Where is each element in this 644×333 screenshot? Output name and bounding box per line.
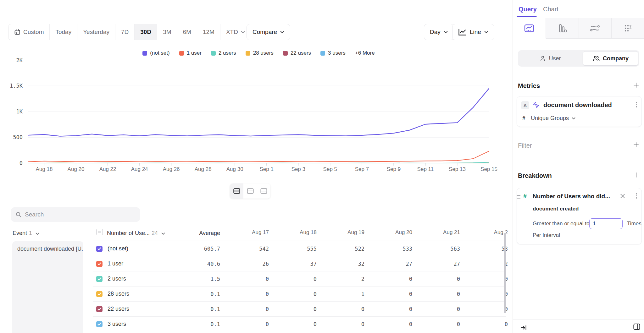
- series-label[interactable]: (not set): [108, 245, 128, 252]
- cell-value: 0: [416, 291, 460, 297]
- row-divider: [93, 256, 506, 256]
- average-value: 1.5: [176, 276, 220, 282]
- date-column-header[interactable]: Aug 19: [320, 229, 364, 236]
- cell-value: 0: [273, 276, 317, 282]
- row-divider: [93, 301, 506, 302]
- breakdown-per-interval[interactable]: Per Interval: [533, 232, 560, 238]
- series-checkbox[interactable]: [96, 306, 103, 312]
- series-checkbox[interactable]: [96, 321, 103, 327]
- series-checkbox[interactable]: [96, 246, 103, 252]
- check-icon: [97, 323, 101, 326]
- series-checkbox[interactable]: [96, 291, 103, 297]
- date-column-header[interactable]: Aug 17: [225, 229, 269, 236]
- date-column-header[interactable]: Aug 21: [416, 229, 460, 236]
- breakdown-card[interactable]: # Number of Users who did... document cr…: [517, 188, 642, 244]
- date-column-header[interactable]: Aug 20: [368, 229, 412, 236]
- flow-chart-icon: [590, 24, 600, 33]
- cell-value: 0: [273, 306, 317, 312]
- series-checkbox[interactable]: [96, 261, 103, 267]
- event-list-item[interactable]: document downloaded [U...: [12, 241, 83, 257]
- x-axis-tick-label: Aug 30: [220, 166, 249, 172]
- series-label[interactable]: 22 users: [108, 306, 129, 312]
- x-axis-tick-label: Aug 22: [93, 166, 122, 172]
- scope-company-option[interactable]: Company: [583, 51, 638, 66]
- series-column-header[interactable]: Number of Use...24: [107, 230, 165, 237]
- layout-split-icon: [233, 188, 240, 194]
- layout-toggle-group: [230, 183, 270, 199]
- sidebar-footer-divider: [513, 319, 644, 319]
- average-value: 0.1: [176, 306, 220, 312]
- cell-value: 533: [368, 246, 412, 252]
- x-axis-tick-label: Sep 13: [443, 166, 472, 172]
- row-divider: [93, 241, 506, 241]
- check-icon: [97, 247, 101, 250]
- x-axis-tick-label: Sep 11: [411, 166, 440, 172]
- series-checkbox[interactable]: [96, 276, 103, 282]
- tab-query[interactable]: Query: [519, 6, 537, 13]
- breakdown-heading: Breakdown: [518, 172, 552, 179]
- breakdown-kebab-menu[interactable]: [636, 193, 637, 199]
- metric-kebab-menu[interactable]: [636, 102, 637, 107]
- drag-handle-icon[interactable]: [517, 195, 520, 199]
- panel-layout-icon[interactable]: [633, 323, 641, 330]
- plus-icon: [633, 142, 639, 148]
- select-all-checkbox[interactable]: [96, 229, 103, 235]
- series-label[interactable]: 2 users: [108, 276, 126, 282]
- cell-value: 2: [464, 261, 508, 267]
- series-label[interactable]: 1 user: [108, 260, 123, 267]
- chart-type-line-button[interactable]: [513, 18, 546, 39]
- add-filter-button[interactable]: [633, 142, 639, 149]
- chart-type-bar-button[interactable]: [546, 18, 579, 39]
- date-column-header[interactable]: Aug 18: [273, 229, 317, 236]
- tab-chart[interactable]: Chart: [543, 6, 558, 13]
- breakdown-value-input[interactable]: [589, 218, 623, 229]
- add-metric-button[interactable]: [633, 82, 639, 89]
- line-chart[interactable]: [28, 58, 489, 168]
- analytics-app: CustomTodayYesterday7D30D3M6M12MXTD Comp…: [0, 0, 644, 333]
- indeterminate-icon: [98, 232, 101, 232]
- close-icon[interactable]: [620, 194, 625, 199]
- row-divider: [93, 316, 506, 317]
- cell-value: 0: [273, 321, 317, 327]
- active-tab-underline: [517, 16, 537, 17]
- metric-card[interactable]: A document downloaded # Unique Groups: [517, 96, 642, 127]
- breakdown-condition[interactable]: Greater than or equal to: [533, 221, 590, 227]
- check-icon: [97, 292, 101, 296]
- search-box: [11, 207, 140, 222]
- x-axis-tick-label: Sep 9: [379, 166, 408, 172]
- x-axis-tick-label: Sep 15: [475, 166, 503, 172]
- cell-value: 0: [416, 321, 460, 327]
- cell-value: 27: [368, 261, 412, 267]
- aggregation-selector[interactable]: Unique Groups: [531, 115, 575, 122]
- plus-icon: [633, 82, 639, 88]
- chart-type-flow-button[interactable]: [579, 18, 612, 39]
- layout-table-only-button[interactable]: [257, 183, 270, 199]
- series-label[interactable]: 28 users: [108, 291, 129, 297]
- breakdown-event[interactable]: document created: [533, 206, 579, 212]
- check-icon: [97, 308, 101, 311]
- event-column-header[interactable]: Event1: [13, 230, 39, 237]
- table-vertical-scrollbar[interactable]: [504, 233, 506, 313]
- date-column-header[interactable]: Aug 2: [464, 229, 508, 236]
- chevron-down-icon: [161, 232, 165, 235]
- add-breakdown-button[interactable]: [633, 172, 639, 179]
- cell-value: 542: [225, 246, 269, 252]
- collapse-panel-icon[interactable]: [520, 324, 527, 331]
- average-column-header[interactable]: Average: [176, 230, 220, 237]
- search-input[interactable]: [25, 211, 136, 218]
- cell-value: 555: [273, 246, 317, 252]
- series-label[interactable]: 3 users: [108, 321, 126, 327]
- chart-area: 05001K1.5K2K Aug 18Aug 20Aug 22Aug 24Aug…: [0, 0, 513, 176]
- y-axis-tick-label: 0: [4, 160, 23, 166]
- event-list: document downloaded [U...: [12, 241, 83, 333]
- row-divider: [93, 271, 506, 271]
- x-axis-tick-label: Sep 1: [252, 166, 281, 172]
- chart-type-grid-button[interactable]: [612, 18, 644, 39]
- scope-user-option[interactable]: User: [518, 50, 583, 67]
- y-axis-tick-label: 1K: [4, 108, 23, 115]
- scope-toggle: User Company: [518, 50, 639, 67]
- cell-value: 0: [225, 306, 269, 312]
- layout-chart-only-button[interactable]: [243, 183, 257, 199]
- search-icon: [15, 211, 22, 218]
- layout-split-button[interactable]: [230, 183, 243, 199]
